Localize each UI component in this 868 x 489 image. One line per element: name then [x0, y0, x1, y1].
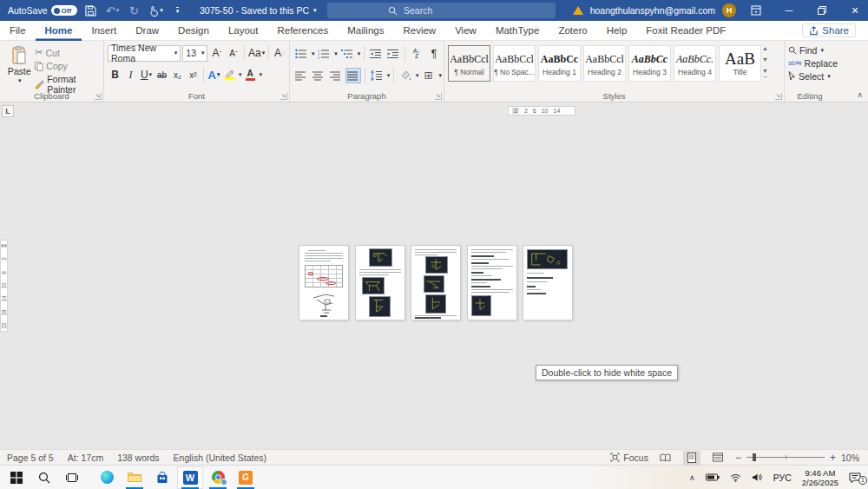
- style-title[interactable]: AaBTitle: [719, 45, 761, 82]
- tab-design[interactable]: Design: [168, 21, 219, 41]
- underline-button[interactable]: U▾: [139, 66, 154, 83]
- replace-button[interactable]: ab⇆ Replace: [788, 56, 833, 69]
- sort-button[interactable]: A↓Z: [409, 46, 424, 62]
- tab-file[interactable]: File: [0, 21, 36, 41]
- notification-center-button[interactable]: 1: [849, 472, 861, 483]
- autosave-pill[interactable]: Off: [51, 5, 77, 16]
- tab-mailings[interactable]: Mailings: [338, 21, 393, 41]
- borders-dropdown[interactable]: ▾: [439, 72, 443, 79]
- tab-mathtype[interactable]: MathType: [486, 21, 549, 41]
- tab-view[interactable]: View: [445, 21, 486, 41]
- numbering-dropdown[interactable]: ▾: [334, 50, 338, 57]
- document-area[interactable]: L 2261014 22610141822: [0, 103, 868, 449]
- style-heading-3[interactable]: AaBbCcHeading 3: [628, 45, 671, 82]
- tab-draw[interactable]: Draw: [126, 21, 168, 41]
- change-case-button[interactable]: Aa▾: [248, 44, 265, 62]
- collapse-ribbon-icon[interactable]: ∧: [857, 90, 863, 99]
- italic-button[interactable]: I: [123, 66, 138, 83]
- redo-icon[interactable]: ↻: [127, 3, 142, 18]
- increase-indent-button[interactable]: [385, 46, 401, 62]
- page-thumbnail-4[interactable]: [468, 246, 516, 320]
- vertical-ruler[interactable]: 22610141822: [0, 240, 8, 332]
- grow-font-button[interactable]: Aˆ: [209, 44, 224, 62]
- taskbar-search-button[interactable]: [31, 466, 57, 489]
- zoom-level[interactable]: 10%: [841, 453, 859, 463]
- bold-button[interactable]: B: [108, 66, 122, 83]
- speaker-icon[interactable]: [752, 472, 763, 482]
- font-name-combobox[interactable]: Times New Roma▾: [108, 45, 181, 62]
- edge-button[interactable]: [94, 466, 120, 489]
- clock[interactable]: 9:46 AM 2/26/2025: [802, 468, 838, 487]
- tab-help[interactable]: Help: [597, 21, 637, 41]
- foxit-button[interactable]: G: [233, 466, 259, 489]
- touch-mode-icon[interactable]: ▾: [148, 3, 164, 18]
- paste-dropdown[interactable]: ▾: [18, 77, 22, 84]
- font-size-combobox[interactable]: 13▾: [182, 45, 207, 62]
- highlight-dropdown[interactable]: ▾: [239, 71, 242, 78]
- customize-qat-icon[interactable]: ▾: [170, 3, 186, 18]
- start-button[interactable]: [3, 466, 30, 489]
- page-thumbnail-3[interactable]: [411, 246, 460, 320]
- zoom-in-button[interactable]: +: [830, 452, 836, 464]
- highlight-color-button[interactable]: [222, 66, 237, 83]
- tab-review[interactable]: Review: [393, 21, 445, 41]
- styles-scroll-down-icon[interactable]: ▼: [762, 56, 768, 63]
- tab-insert[interactable]: Insert: [82, 21, 126, 41]
- avatar[interactable]: H: [722, 3, 736, 17]
- page-indicator[interactable]: Page 5 of 5: [7, 453, 54, 463]
- clear-formatting-button[interactable]: A◌: [273, 44, 287, 62]
- tab-stop-selector[interactable]: L: [2, 105, 14, 117]
- multilevel-dropdown[interactable]: ▾: [358, 50, 361, 57]
- font-color-button[interactable]: A: [243, 66, 258, 83]
- text-effects-button[interactable]: A▾: [207, 66, 221, 83]
- search-box[interactable]: Search: [327, 3, 556, 18]
- styles-gallery-expand-icon[interactable]: ▼─: [762, 68, 768, 80]
- tab-references[interactable]: References: [267, 21, 338, 41]
- style-no-spac[interactable]: AaBbCcl¶ No Spac...: [493, 45, 536, 82]
- styles-scroll-up-icon[interactable]: ▲: [762, 45, 768, 51]
- copy-button[interactable]: Copy: [35, 61, 102, 71]
- strikethrough-button[interactable]: ab: [155, 66, 169, 83]
- numbering-button[interactable]: 123: [316, 46, 332, 62]
- print-layout-button[interactable]: [683, 451, 700, 465]
- undo-icon[interactable]: ↶▾: [105, 3, 121, 18]
- paragraph-dialog-launcher[interactable]: ↘: [435, 93, 442, 100]
- style-heading-4[interactable]: AaBbCc.Heading 4: [674, 45, 716, 82]
- sync-warning-icon[interactable]: [573, 6, 583, 15]
- page-thumbnail-1[interactable]: [299, 246, 348, 320]
- page-thumbnail-2[interactable]: [356, 246, 404, 320]
- shrink-font-button[interactable]: Aˇ: [226, 44, 240, 62]
- task-view-button[interactable]: [59, 466, 85, 489]
- zoom-out-button[interactable]: −: [735, 452, 741, 464]
- style-heading-1[interactable]: AaBbCcHeading 1: [538, 45, 581, 82]
- keyboard-language[interactable]: РУС: [773, 472, 792, 483]
- align-right-button[interactable]: [328, 68, 344, 83]
- style-normal[interactable]: AaBbCcl¶ Normal: [448, 45, 490, 82]
- paste-button[interactable]: Paste ▾: [3, 43, 35, 89]
- line-spacing-dropdown[interactable]: ▾: [387, 72, 391, 79]
- tray-expand-icon[interactable]: ∧: [689, 473, 695, 482]
- zoom-slider-thumb[interactable]: [753, 453, 756, 461]
- font-dialog-launcher[interactable]: ↘: [280, 93, 287, 100]
- tab-layout[interactable]: Layout: [219, 21, 268, 41]
- show-hide-pilcrow-button[interactable]: ¶: [426, 46, 442, 62]
- find-button[interactable]: Find▾: [788, 43, 833, 56]
- align-left-button[interactable]: [293, 68, 309, 83]
- page-thumbnail-5[interactable]: [523, 246, 572, 320]
- tab-zotero[interactable]: Zotero: [549, 21, 596, 41]
- zoom-slider[interactable]: [746, 457, 825, 458]
- ribbon-display-options-icon[interactable]: [743, 0, 769, 21]
- shading-button[interactable]: [398, 68, 413, 83]
- chrome-button[interactable]: [205, 466, 231, 489]
- select-button[interactable]: Select▾: [788, 69, 833, 83]
- bullets-button[interactable]: [293, 46, 309, 62]
- file-explorer-button[interactable]: [122, 466, 148, 489]
- minimize-button[interactable]: ─: [776, 0, 802, 21]
- microsoft-store-button[interactable]: [149, 466, 175, 489]
- word-button[interactable]: W: [177, 466, 203, 489]
- wifi-icon[interactable]: [730, 473, 741, 482]
- close-button[interactable]: ×: [842, 0, 868, 21]
- bullets-dropdown[interactable]: ▾: [312, 50, 315, 57]
- account-email[interactable]: hoangthulanspyhn@gmail.com: [590, 5, 715, 16]
- tab-foxit-reader-pdf[interactable]: Foxit Reader PDF: [636, 21, 735, 41]
